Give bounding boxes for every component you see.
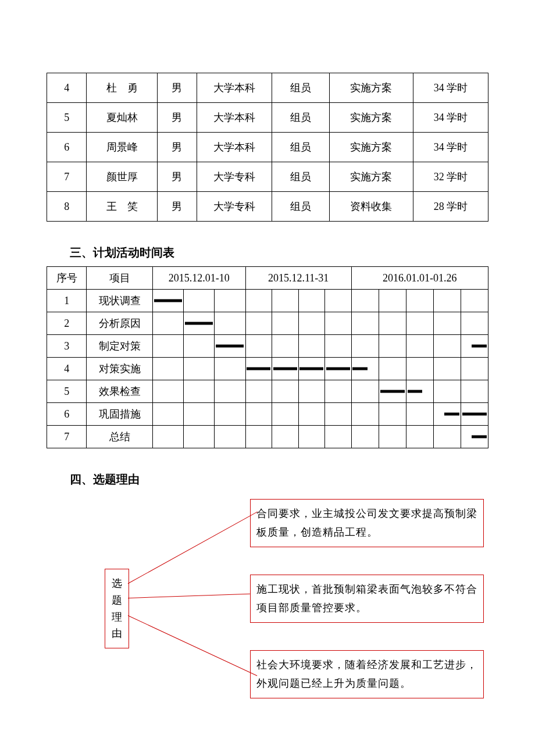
cell-item: 制定对策 [87, 335, 153, 358]
cell-name: 夏灿林 [87, 103, 157, 133]
gantt-bar [326, 368, 350, 370]
cell-no: 6 [47, 133, 87, 162]
gantt-cell [153, 290, 184, 312]
cell-no: 3 [47, 335, 87, 358]
cell-edu: 大学本科 [197, 133, 272, 162]
gantt-bar [472, 436, 487, 438]
gantt-row: 2 分析原因 [47, 312, 488, 335]
gantt-row: 7 总结 [47, 426, 488, 448]
gantt-cell [351, 358, 379, 380]
cell-no: 1 [47, 290, 87, 312]
cell-edu: 大学本科 [197, 103, 272, 133]
gantt-cell [272, 358, 299, 380]
head-no: 序号 [47, 267, 87, 290]
cell-hours: 34 学时 [413, 133, 488, 162]
reason-diagram: 选 题 理 由 合同要求，业主城投公司发文要求提高预制梁板质量，创造精品工程。 … [47, 499, 488, 720]
table-row: 6 周景峰 男 大学本科 组员 实施方案 34 学时 [47, 133, 488, 162]
cell-no: 6 [47, 403, 87, 426]
cell-gender: 男 [157, 103, 197, 133]
head-period-2: 2015.12.11-31 [245, 267, 351, 290]
cell-name: 颜世厚 [87, 162, 157, 192]
member-table: 4 杜 勇 男 大学本科 组员 实施方案 34 学时 5 夏灿林 男 大学本科 … [47, 73, 488, 222]
gantt-bar [247, 368, 270, 370]
gantt-cell [461, 426, 488, 448]
gantt-bar [380, 390, 405, 393]
cell-hours: 28 学时 [413, 192, 488, 222]
cell-gender: 男 [157, 162, 197, 192]
cell-no: 5 [47, 103, 87, 133]
gantt-bar [472, 345, 487, 348]
cell-no: 5 [47, 380, 87, 403]
gantt-row: 3 制定对策 [47, 335, 488, 358]
diagram-root-text: 选 题 理 由 [112, 577, 122, 639]
cell-task: 实施方案 [329, 133, 413, 162]
cell-role: 组员 [272, 103, 330, 133]
cell-item: 分析原因 [87, 312, 153, 335]
head-period-1: 2015.12.01-10 [153, 267, 245, 290]
cell-no: 4 [47, 358, 87, 380]
cell-item: 总结 [87, 426, 153, 448]
gantt-bar [216, 345, 244, 348]
gantt-bar [273, 368, 297, 370]
gantt-bar [352, 368, 368, 370]
cell-task: 实施方案 [329, 162, 413, 192]
cell-item: 巩固措施 [87, 403, 153, 426]
cell-task: 实施方案 [329, 103, 413, 133]
gantt-row: 6 巩固措施 [47, 403, 488, 426]
connector-line [128, 594, 250, 599]
cell-hours: 34 学时 [413, 73, 488, 103]
cell-gender: 男 [157, 73, 197, 103]
cell-hours: 32 学时 [413, 162, 488, 192]
gantt-bar [444, 413, 459, 416]
table-head-row: 序号 项目 2015.12.01-10 2015.12.11-31 2016.0… [47, 267, 488, 290]
gantt-cell [379, 380, 406, 403]
gantt-cell [245, 358, 272, 380]
diagram-root-box: 选 题 理 由 [105, 569, 129, 648]
cell-edu: 大学本科 [197, 73, 272, 103]
cell-role: 组员 [272, 162, 330, 192]
gantt-bar [462, 413, 487, 416]
gantt-cell [184, 312, 215, 335]
cell-hours: 34 学时 [413, 103, 488, 133]
gantt-bar [154, 299, 182, 302]
gantt-bar [185, 322, 213, 325]
table-row: 7 颜世厚 男 大学专科 组员 实施方案 32 学时 [47, 162, 488, 192]
table-row: 5 夏灿林 男 大学本科 组员 实施方案 34 学时 [47, 103, 488, 133]
diagram-reason-3: 社会大环境要求，随着经济发展和工艺进步，外观问题已经上升为质量问题。 [250, 650, 484, 698]
gantt-row: 1 现状调查 [47, 290, 488, 312]
heading-3: 三、计划活动时间表 [70, 245, 488, 261]
gantt-cell [461, 403, 488, 426]
gantt-row: 5 效果检查 [47, 380, 488, 403]
gantt-cell [215, 335, 245, 358]
cell-no: 2 [47, 312, 87, 335]
cell-edu: 大学专科 [197, 192, 272, 222]
cell-no: 7 [47, 162, 87, 192]
gantt-cell [298, 358, 325, 380]
page: 4 杜 勇 男 大学本科 组员 实施方案 34 学时 5 夏灿林 男 大学本科 … [0, 0, 535, 756]
cell-gender: 男 [157, 133, 197, 162]
gantt-bar [299, 368, 323, 370]
cell-item: 效果检查 [87, 380, 153, 403]
gantt-bar [408, 390, 423, 393]
gantt-cell [406, 380, 433, 403]
connector-line [128, 511, 258, 584]
cell-item: 对策实施 [87, 358, 153, 380]
cell-item: 现状调查 [87, 290, 153, 312]
head-item: 项目 [87, 267, 153, 290]
cell-name: 杜 勇 [87, 73, 157, 103]
cell-no: 4 [47, 73, 87, 103]
cell-name: 王 笑 [87, 192, 157, 222]
cell-role: 组员 [272, 73, 330, 103]
cell-role: 组员 [272, 133, 330, 162]
table-row: 8 王 笑 男 大学专科 组员 资料收集 28 学时 [47, 192, 488, 222]
head-period-3: 2016.01.01-01.26 [351, 267, 488, 290]
diagram-reason-1: 合同要求，业主城投公司发文要求提高预制梁板质量，创造精品工程。 [250, 499, 484, 547]
cell-no: 7 [47, 426, 87, 448]
cell-edu: 大学专科 [197, 162, 272, 192]
gantt-row: 4 对策实施 [47, 358, 488, 380]
heading-4: 四、选题理由 [70, 472, 488, 487]
gantt-table: 序号 项目 2015.12.01-10 2015.12.11-31 2016.0… [47, 266, 488, 448]
connector-line [128, 615, 258, 676]
cell-task: 实施方案 [329, 73, 413, 103]
table-row: 4 杜 勇 男 大学本科 组员 实施方案 34 学时 [47, 73, 488, 103]
